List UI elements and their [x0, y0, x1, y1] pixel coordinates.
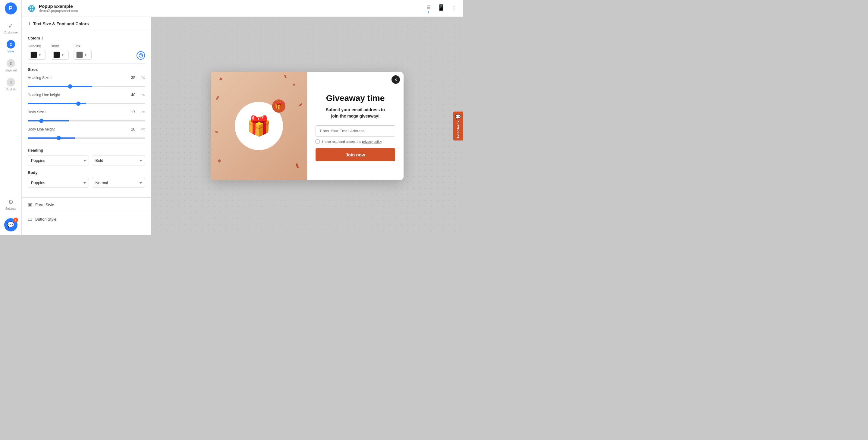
popup-privacy-link[interactable]: privacy policy: [362, 140, 382, 144]
publish-number: 4: [7, 78, 15, 87]
colors-info-icon[interactable]: ℹ: [42, 36, 43, 40]
body-color-arrow: ▼: [61, 53, 64, 57]
heading-line-height-slider[interactable]: [28, 103, 145, 104]
popup-email-input[interactable]: [315, 125, 395, 136]
heading-line-height-unit: PX: [141, 93, 145, 97]
link-colors-button[interactable]: [136, 51, 145, 60]
heading-font-label: Heading: [28, 148, 145, 153]
body-color-item: Body ▼: [51, 44, 69, 60]
panel-title: Text Size & Font and Colors: [33, 22, 89, 26]
link-color-button[interactable]: ▼: [73, 50, 92, 60]
body-color-button[interactable]: ▼: [51, 50, 69, 60]
heading-font-family-select[interactable]: Poppins Roboto Open Sans Lato: [28, 156, 89, 165]
popup-close-button[interactable]: ×: [392, 75, 400, 84]
body-size-info-icon[interactable]: ℹ: [45, 110, 47, 114]
body-color-swatch: [53, 52, 60, 58]
popup-privacy-row: I have read and accept the privacy polic…: [315, 139, 395, 144]
check-icon: ✓: [8, 22, 13, 30]
desktop-icon: 🖥: [425, 4, 431, 11]
heading-color-arrow: ▼: [38, 53, 41, 57]
confetti-8: [299, 103, 303, 106]
gift-icon: 🎁: [247, 115, 271, 137]
heading-size-info-icon[interactable]: ℹ: [50, 76, 52, 80]
text-format-icon: T: [28, 21, 31, 27]
button-style-panel[interactable]: ▭ Button Style: [22, 212, 151, 226]
body-size-row: Body Size ℹ PX: [28, 110, 145, 114]
popup-subtitle: Submit your email address tojoin the meg…: [315, 107, 395, 119]
svg-point-0: [139, 54, 143, 57]
heading-font-row: Poppins Roboto Open Sans Lato Thin Light…: [28, 156, 145, 165]
colors-label: Colors ℹ: [28, 36, 145, 40]
sidebar-item-segment[interactable]: 3 Segment: [0, 56, 22, 75]
body-line-height-unit: PX: [141, 127, 145, 131]
heading-line-height-input[interactable]: [127, 93, 140, 97]
body-font-family-select[interactable]: Poppins Roboto Open Sans: [28, 178, 89, 188]
confetti-1: [219, 77, 222, 81]
mobile-icon: 📱: [437, 4, 445, 11]
confetti-5: [218, 159, 221, 162]
sidebar-item-settings[interactable]: ⚙ Settings: [0, 196, 22, 213]
body-line-height-row: Body Line height PX: [28, 127, 145, 131]
app-title: Popup Example: [39, 4, 78, 9]
more-icon: ⋮: [451, 5, 457, 12]
body-color-label: Body: [51, 44, 69, 48]
mobile-view-button[interactable]: 📱: [437, 4, 445, 13]
body-size-slider-wrap: [28, 117, 145, 123]
chat-badge: 1: [13, 218, 18, 222]
heading-font-weight-select[interactable]: Thin Light Normal Bold Extra Bold: [92, 156, 145, 165]
top-header: 🌐 Popup Example demo2.popupsmart.com 🖥 📱…: [22, 0, 463, 17]
sidebar-item-publish[interactable]: 4 Publish: [0, 75, 22, 94]
form-style-icon: ▣: [28, 202, 32, 208]
sidebar-item-style[interactable]: 2 Style: [0, 37, 22, 56]
popup-privacy-text: I have read and accept the privacy polic…: [322, 140, 382, 144]
heading-color-button[interactable]: ▼: [28, 50, 46, 60]
form-style-label: Form Style: [35, 202, 54, 207]
body-size-slider[interactable]: [28, 120, 145, 121]
sidebar-item-customize[interactable]: ✓ Customize: [0, 19, 22, 37]
more-options-button[interactable]: ⋮: [451, 5, 457, 12]
heading-size-input-wrap: PX: [127, 75, 145, 80]
heading-size-slider[interactable]: [28, 86, 145, 87]
heading-size-row: Heading Size ℹ PX: [28, 75, 145, 80]
sidebar-item-label-settings: Settings: [5, 207, 16, 210]
feedback-tab[interactable]: 💬 Feedback: [453, 112, 463, 140]
body-line-height-input[interactable]: [127, 127, 140, 131]
body-size-label: Body Size ℹ: [28, 110, 125, 114]
popup-join-button[interactable]: Join now: [315, 148, 395, 161]
heading-size-slider-wrap: [28, 83, 145, 88]
colors-section: Colors ℹ Heading ▼ Body: [22, 31, 151, 197]
body-font-weight-select[interactable]: Thin Light Normal Bold: [92, 178, 145, 188]
heading-line-height-row: Heading Line height PX: [28, 93, 145, 97]
body-size-unit: PX: [141, 110, 145, 114]
feedback-label: Feedback: [456, 120, 460, 138]
content-area: T Text Size & Font and Colors Colors ℹ H…: [22, 17, 463, 235]
popup-privacy-checkbox[interactable]: [315, 139, 319, 144]
link-color-arrow: ▼: [84, 53, 87, 57]
body-size-input[interactable]: [127, 110, 140, 114]
confetti-2: [293, 84, 295, 86]
sidebar-nav: P ✓ Customize 2 Style 3 Segment 4 Publis…: [0, 0, 22, 235]
popup-title: Giveaway time: [315, 93, 395, 103]
button-style-label: Button Style: [35, 217, 56, 221]
heading-color-item: Heading ▼: [28, 44, 46, 60]
confetti-7: [215, 131, 218, 133]
main-area: 🌐 Popup Example demo2.popupsmart.com 🖥 📱…: [22, 0, 463, 235]
heading-size-input[interactable]: [127, 75, 140, 80]
link-color-swatch: [76, 52, 83, 58]
sizes-label: Sizes: [28, 67, 145, 72]
gift-badge-icon: 🎁: [275, 102, 283, 110]
desktop-view-button[interactable]: 🖥: [425, 4, 431, 13]
body-line-height-label: Body Line height: [28, 127, 125, 131]
desktop-active-dot: [428, 11, 429, 13]
chat-button[interactable]: 💬 1: [4, 218, 18, 231]
heading-color-label: Heading: [28, 44, 46, 48]
form-style-panel[interactable]: ▣ Form Style: [22, 197, 151, 212]
settings-panel: T Text Size & Font and Colors Colors ℹ H…: [22, 17, 151, 235]
heading-line-height-input-wrap: PX: [127, 93, 145, 97]
button-style-icon: ▭: [28, 216, 32, 222]
chat-icon: 💬: [7, 221, 14, 228]
body-line-height-slider[interactable]: [28, 137, 145, 138]
body-font-row: Poppins Roboto Open Sans Thin Light Norm…: [28, 178, 145, 188]
panel-header: T Text Size & Font and Colors: [22, 17, 151, 31]
sidebar-item-label-style: Style: [7, 50, 14, 53]
